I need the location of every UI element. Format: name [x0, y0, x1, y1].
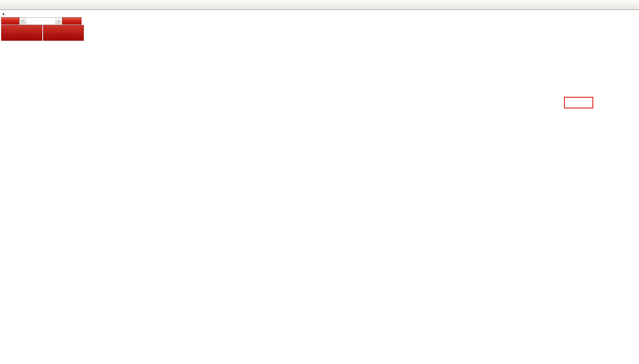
rsi-label: [2, 290, 3, 294]
buy-button[interactable]: [62, 17, 82, 25]
volume-increase-button[interactable]: ▴: [55, 18, 62, 24]
one-click-collapse-icon[interactable]: ▲: [2, 12, 5, 15]
toolbar: [0, 0, 639, 10]
one-click-controls: ▾ ▴: [1, 17, 84, 25]
volume-stepper: ▾ ▴: [19, 17, 62, 25]
one-click-prices: [1, 25, 84, 41]
sell-price-display[interactable]: [1, 25, 42, 41]
chart-title: ▲: [2, 11, 9, 16]
volume-input[interactable]: [26, 18, 55, 24]
volume-decrease-button[interactable]: ▾: [20, 18, 26, 24]
one-click-trading-panel: ▾ ▴: [1, 17, 84, 41]
macd-label: [2, 224, 5, 228]
chart-canvas[interactable]: [0, 0, 639, 364]
buy-price-display[interactable]: [43, 25, 84, 41]
sell-button[interactable]: [1, 17, 19, 25]
price-callout-box[interactable]: [564, 97, 593, 108]
